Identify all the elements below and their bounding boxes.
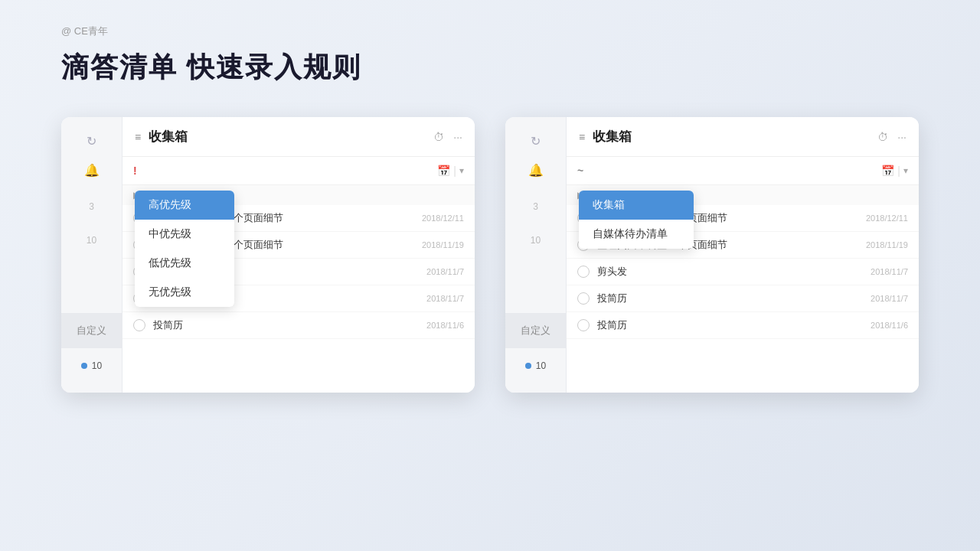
right-ui-panel: ↻ 🔔 3 10 自定义 10 ≡ 收集箱 ⏱ ···	[505, 117, 919, 393]
task-text: 剪头发	[597, 265, 863, 279]
project-inbox[interactable]: 收集箱	[579, 191, 694, 220]
brand-label: @ CE青年	[61, 24, 919, 38]
task-date: 2018/11/7	[871, 294, 908, 303]
task-date: 2018/11/6	[426, 321, 464, 330]
page-header: @ CE青年 滴答清单 快速录入规则	[0, 0, 980, 102]
task-date: 2018/11/7	[426, 294, 464, 303]
left-header-right: ⏱ ···	[433, 131, 462, 143]
left-sidebar-icons: ↻ 🔔	[83, 132, 100, 178]
task-date: 2018/11/19	[866, 240, 908, 249]
hamburger-icon-right: ≡	[579, 131, 585, 143]
right-header-left: ≡ 收集箱	[579, 128, 632, 145]
sidebar-num-3-right: 3	[533, 201, 538, 212]
bell-icon-right[interactable]: 🔔	[528, 161, 544, 178]
sidebar-custom-label: 自定义	[61, 313, 122, 348]
refresh-icon-right[interactable]: ↻	[528, 132, 544, 149]
task-text: 投简历	[153, 318, 419, 332]
project-dropdown[interactable]: 收集箱 自媒体待办清单	[579, 191, 694, 249]
task-item-r5: 投简历 2018/11/6	[567, 312, 919, 339]
task-item-r3: 剪头发 2018/11/7	[567, 259, 919, 285]
task-checkbox[interactable]	[133, 319, 145, 331]
dot-number-left: 10	[92, 360, 102, 371]
pipe-right: |	[897, 165, 900, 177]
tilde-marker: ~	[577, 165, 588, 177]
refresh-icon[interactable]: ↻	[83, 132, 100, 149]
priority-none[interactable]: 无优先级	[135, 278, 234, 307]
task-text: 投简历	[597, 292, 863, 305]
more-icon-left[interactable]: ···	[453, 131, 462, 143]
right-main-content: ≡ 收集箱 ⏱ ··· ~ 📅 | ▾ 收集箱	[567, 117, 919, 393]
right-panel-header: ≡ 收集箱 ⏱ ···	[567, 117, 919, 157]
right-sidebar-icons: ↻ 🔔	[528, 132, 544, 178]
sidebar-custom-label-right: 自定义	[505, 313, 566, 348]
left-task-input[interactable]	[150, 165, 431, 177]
task-date: 2018/11/19	[422, 240, 464, 249]
hamburger-icon-left: ≡	[135, 131, 141, 143]
right-input-suffix: 📅 | ▾	[881, 165, 908, 177]
left-input-row: ! 📅 | ▾ 高优先级 中优先级 低优先级 无优先级	[122, 157, 475, 185]
task-date: 2018/11/7	[426, 267, 464, 276]
dot-number-right: 10	[536, 360, 546, 371]
task-text: 投简历	[597, 318, 863, 332]
left-input-suffix: 📅 | ▾	[437, 165, 464, 177]
dropdown-arrow-left[interactable]: ▾	[459, 165, 464, 176]
left-ui-panel: ↻ 🔔 3 10 自定义 10 ≡ 收集箱 ⏱ ···	[61, 117, 475, 393]
calendar-icon-left[interactable]: 📅	[437, 165, 450, 177]
priority-mid[interactable]: 中优先级	[135, 220, 234, 249]
left-sidebar: ↻ 🔔 3 10 自定义 10	[61, 117, 122, 393]
clock-icon-right: ⏱	[877, 131, 888, 143]
sidebar-dot-row-right: 10	[516, 354, 555, 377]
clock-icon-left: ⏱	[433, 131, 444, 143]
bell-icon[interactable]: 🔔	[83, 161, 100, 178]
task-checkbox[interactable]	[577, 266, 590, 278]
priority-marker: !	[133, 165, 144, 177]
task-checkbox[interactable]	[577, 292, 590, 305]
sidebar-num-3: 3	[89, 201, 94, 212]
right-task-input[interactable]	[594, 165, 875, 177]
screenshots-container: ↻ 🔔 3 10 自定义 10 ≡ 收集箱 ⏱ ···	[0, 102, 980, 408]
left-panel-header: ≡ 收集箱 ⏱ ···	[122, 117, 475, 157]
task-item-r4: 投简历 2018/11/7	[567, 285, 919, 312]
more-icon-right[interactable]: ···	[897, 131, 906, 143]
task-date: 2018/11/7	[871, 267, 908, 276]
task-item: 投简历 2018/11/6	[122, 312, 475, 339]
priority-high[interactable]: 高优先级	[135, 191, 234, 220]
task-date: 2018/12/11	[866, 214, 908, 223]
right-sidebar: ↻ 🔔 3 10 自定义 10	[505, 117, 567, 393]
task-date: 2018/12/11	[422, 214, 464, 223]
blue-dot	[81, 363, 87, 369]
task-checkbox[interactable]	[577, 319, 590, 331]
calendar-icon-right[interactable]: 📅	[881, 165, 894, 177]
blue-dot-right	[525, 363, 531, 369]
sidebar-dot-row: 10	[72, 354, 111, 377]
pipe-left: |	[453, 165, 456, 177]
priority-dropdown[interactable]: 高优先级 中优先级 低优先级 无优先级	[135, 191, 234, 307]
task-date: 2018/11/6	[871, 321, 908, 330]
sidebar-num-10: 10	[87, 235, 96, 246]
left-header-left: ≡ 收集箱	[135, 128, 188, 145]
page-title: 滴答清单 快速录入规则	[61, 49, 919, 86]
sidebar-num-10-right: 10	[531, 235, 541, 246]
priority-low[interactable]: 低优先级	[135, 249, 234, 278]
project-selfmedia[interactable]: 自媒体待办清单	[579, 220, 694, 249]
dropdown-arrow-right[interactable]: ▾	[903, 165, 908, 176]
right-panel-title: 收集箱	[593, 128, 632, 145]
right-input-row: ~ 📅 | ▾ 收集箱 自媒体待办清单	[567, 157, 919, 185]
right-header-right: ⏱ ···	[877, 131, 906, 143]
left-panel-title: 收集箱	[149, 128, 188, 145]
left-main-content: ≡ 收集箱 ⏱ ··· ! 📅 | ▾ 高优先级	[122, 117, 475, 393]
